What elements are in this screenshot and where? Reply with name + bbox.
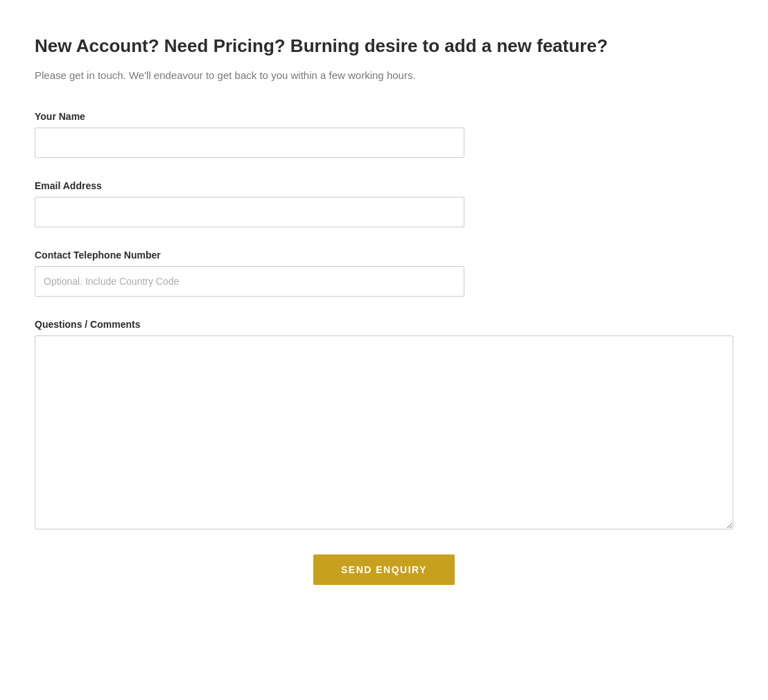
email-field-group: Email Address [35,180,733,227]
email-input[interactable] [35,197,464,227]
page-container: New Account? Need Pricing? Burning desir… [21,21,747,599]
phone-input[interactable] [35,266,464,297]
comments-label: Questions / Comments [35,319,733,330]
phone-field-group: Contact Telephone Number [35,250,733,297]
contact-form: Your Name Email Address Contact Telephon… [35,111,733,585]
name-field-group: Your Name [35,111,733,158]
email-label: Email Address [35,180,733,191]
name-input[interactable] [35,128,464,158]
page-subtitle: Please get in touch. We'll endeavour to … [35,68,733,84]
submit-container: SEND ENQUIRY [35,554,733,585]
submit-button[interactable]: SEND ENQUIRY [313,554,455,585]
page-title: New Account? Need Pricing? Burning desir… [35,35,733,58]
comments-field-group: Questions / Comments [35,319,733,532]
name-label: Your Name [35,111,733,122]
comments-textarea[interactable] [35,335,733,530]
phone-label: Contact Telephone Number [35,250,733,261]
